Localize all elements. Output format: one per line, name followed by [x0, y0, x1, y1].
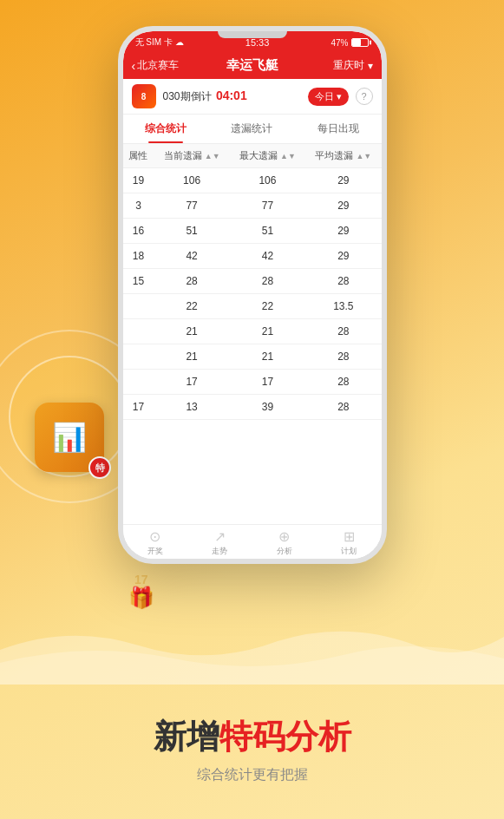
- nav-bar: ‹ 北京赛车 幸运飞艇 重庆时 ▾: [123, 52, 382, 79]
- nav-right[interactable]: 重庆时 ▾: [321, 58, 373, 73]
- chart-icon: 📊: [52, 421, 87, 454]
- table-row: 1910610629: [123, 168, 382, 193]
- table-cell: 28: [305, 395, 381, 420]
- table-cell: 106: [154, 168, 229, 193]
- main-title: 新增特码分析: [0, 715, 504, 759]
- dropdown-small-icon: ▾: [337, 91, 342, 102]
- battery-fill: [352, 39, 361, 46]
- stats-table: 属性 当前遗漏 ▲▼ 最大遗漏 ▲▼ 平均遗漏: [123, 144, 382, 420]
- table-cell: [123, 344, 154, 370]
- table-cell: 22: [230, 294, 305, 319]
- table-cell: [123, 319, 154, 344]
- nav-right-label: 重庆时: [333, 58, 364, 73]
- battery-icon: [351, 38, 369, 47]
- deco-number-17: 17: [134, 573, 148, 586]
- table-cell: 42: [230, 244, 305, 269]
- table-row: 15282828: [123, 269, 382, 294]
- table-cell: 29: [305, 168, 381, 193]
- tab-comprehensive[interactable]: 综合统计: [123, 115, 209, 143]
- table-cell: 21: [230, 344, 305, 370]
- table-cell: [123, 370, 154, 395]
- tab-missing[interactable]: 遗漏统计: [209, 115, 295, 143]
- battery-tip: [370, 41, 371, 45]
- status-left: 无 SIM 卡 ☁: [135, 36, 184, 49]
- data-table-container: 属性 当前遗漏 ▲▼ 最大遗漏 ▲▼ 平均遗漏: [123, 144, 382, 524]
- bottom-section: 新增特码分析 综合统计更有把握: [0, 715, 504, 784]
- table-cell: 28: [154, 269, 229, 294]
- table-cell: 21: [154, 319, 229, 344]
- table-row: 222213.5: [123, 294, 382, 319]
- table-cell: 17: [123, 395, 154, 420]
- bottom-nav-plan[interactable]: ⊞ 计划: [317, 528, 382, 557]
- table-cell: 16: [123, 219, 154, 244]
- period-text: 030期倒计 04:01: [163, 88, 247, 104]
- table-cell: 29: [305, 244, 381, 269]
- table-row: 212128: [123, 344, 382, 370]
- table-cell: 29: [305, 193, 381, 219]
- col-header-avg[interactable]: 平均遗漏 ▲▼: [305, 144, 381, 168]
- col-header-max[interactable]: 最大遗漏 ▲▼: [230, 144, 305, 168]
- tab-bar: 综合统计 遗漏统计 每日出现: [123, 115, 382, 144]
- table-cell: 3: [123, 193, 154, 219]
- sub-title: 综合统计更有把握: [0, 766, 504, 784]
- special-icon-container: 📊 特: [35, 403, 104, 472]
- countdown: 04:01: [216, 88, 247, 102]
- table-body: 1910610629377772916515129184242291528282…: [123, 168, 382, 420]
- sort-icon-current: ▲▼: [205, 152, 220, 161]
- cloud-decoration: [0, 615, 504, 685]
- table-cell: 28: [305, 319, 381, 344]
- table-row: 17133928: [123, 395, 382, 420]
- table-row: 16515129: [123, 219, 382, 244]
- bottom-nav-lottery[interactable]: ⊙ 开奖: [123, 528, 188, 557]
- table-row: 212128: [123, 319, 382, 344]
- table-cell: 28: [305, 344, 381, 370]
- gift-icon: 🎁: [128, 586, 154, 610]
- col-header-current[interactable]: 当前遗漏 ▲▼: [154, 144, 229, 168]
- nav-back-label: 北京赛车: [137, 58, 179, 73]
- nav-back[interactable]: ‹ 北京赛车: [132, 58, 184, 73]
- tab-daily[interactable]: 每日出现: [295, 115, 381, 143]
- plan-icon: ⊞: [344, 528, 355, 545]
- table-cell: 18: [123, 244, 154, 269]
- table-cell: 77: [230, 193, 305, 219]
- phone-button-right: [385, 118, 387, 153]
- sort-icon-avg: ▲▼: [356, 152, 371, 161]
- phone-frame: 无 SIM 卡 ☁ 15:33 47% ‹ 北京赛车 幸运飞艇: [118, 26, 387, 564]
- table-row: 18424229: [123, 244, 382, 269]
- table-cell: 51: [230, 219, 305, 244]
- table-cell: 13.5: [305, 294, 381, 319]
- lottery-icon: ⊙: [149, 528, 160, 545]
- status-time: 15:33: [245, 37, 270, 48]
- table-cell: [123, 294, 154, 319]
- table-row: 3777729: [123, 193, 382, 219]
- highlight-text: 特码分析: [219, 718, 351, 755]
- table-cell: 19: [123, 168, 154, 193]
- today-button[interactable]: 今日 ▾: [308, 88, 349, 106]
- analysis-icon: ⊕: [278, 528, 290, 545]
- table-cell: 28: [230, 269, 305, 294]
- trend-icon: ↗: [214, 528, 226, 545]
- dropdown-icon: ▾: [368, 60, 373, 72]
- table-header-row: 属性 当前遗漏 ▲▼ 最大遗漏 ▲▼ 平均遗漏: [123, 144, 382, 168]
- bottom-nav-analysis[interactable]: ⊕ 分析: [252, 528, 317, 557]
- table-cell: 39: [230, 395, 305, 420]
- col-header-attr: 属性: [123, 144, 154, 168]
- table-cell: 13: [154, 395, 229, 420]
- table-cell: 51: [154, 219, 229, 244]
- bottom-nav-trend[interactable]: ↗ 走势: [187, 528, 252, 557]
- table-row: 171728: [123, 370, 382, 395]
- table-cell: 29: [305, 219, 381, 244]
- status-right: 47%: [331, 38, 369, 48]
- back-arrow-icon: ‹: [132, 59, 136, 73]
- table-cell: 22: [154, 294, 229, 319]
- phone-button-left: [118, 101, 120, 127]
- table-cell: 21: [230, 319, 305, 344]
- lottery-logo: 8: [132, 84, 156, 108]
- info-bar: 8 030期倒计 04:01 今日 ▾ ?: [123, 79, 382, 115]
- nav-title: 幸运飞艇: [184, 57, 321, 74]
- table-cell: 21: [154, 344, 229, 370]
- special-badge: 特: [88, 456, 111, 479]
- table-cell: 28: [305, 370, 381, 395]
- help-button[interactable]: ?: [356, 88, 373, 105]
- phone-notch: [218, 31, 287, 38]
